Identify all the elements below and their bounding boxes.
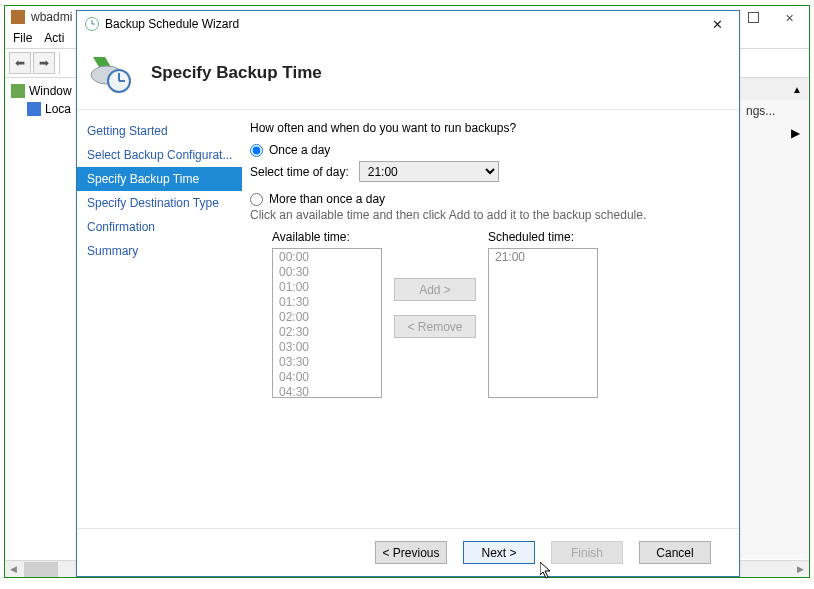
wizard-title: Backup Schedule Wizard xyxy=(105,17,239,31)
main-title: wbadmi xyxy=(31,10,72,24)
list-item[interactable]: 03:00 xyxy=(273,339,381,354)
actions-expand-icon[interactable]: ▶ xyxy=(738,122,808,144)
radio-more-than-once-row[interactable]: More than once a day xyxy=(250,192,721,206)
list-item[interactable]: 21:00 xyxy=(489,249,597,264)
list-item[interactable]: 00:30 xyxy=(273,264,381,279)
list-item[interactable]: 02:00 xyxy=(273,309,381,324)
radio-more-than-once[interactable] xyxy=(250,193,263,206)
previous-button[interactable]: < Previous xyxy=(375,541,447,564)
nav-back-button[interactable]: ⬅ xyxy=(9,52,31,74)
close-main-button[interactable] xyxy=(770,7,808,28)
nav-forward-button[interactable]: ➡ xyxy=(33,52,55,74)
list-item[interactable]: 01:30 xyxy=(273,294,381,309)
wizard-footer: < Previous Next > Finish Cancel xyxy=(77,528,739,576)
multi-hint: Click an available time and then click A… xyxy=(250,208,721,222)
wizard-content: How often and when do you want to run ba… xyxy=(242,111,739,528)
wizard-titlebar: Backup Schedule Wizard xyxy=(77,11,739,37)
nav-summary[interactable]: Summary xyxy=(77,239,242,263)
wizard-dialog: Backup Schedule Wizard Specify Backup Ti… xyxy=(76,10,740,577)
time-of-day-select[interactable]: 21:00 xyxy=(359,161,499,182)
finish-button: Finish xyxy=(551,541,623,564)
nav-getting-started[interactable]: Getting Started xyxy=(77,119,242,143)
list-item[interactable]: 04:00 xyxy=(273,369,381,384)
scroll-left-icon[interactable]: ◀ xyxy=(5,562,22,577)
collapse-icon: ▲ xyxy=(792,84,802,95)
scheduled-time-list[interactable]: 21:00 xyxy=(488,248,598,398)
wizard-header: Specify Backup Time xyxy=(77,37,739,109)
tree-child-label: Loca xyxy=(45,102,71,116)
nav-destination-type[interactable]: Specify Destination Type xyxy=(77,191,242,215)
nav-select-config[interactable]: Select Backup Configurat... xyxy=(77,143,242,167)
server-icon xyxy=(11,84,25,98)
remove-button[interactable]: < Remove xyxy=(394,315,476,338)
actions-pane-header[interactable]: ▲ xyxy=(738,78,808,100)
list-item[interactable]: 04:30 xyxy=(273,384,381,398)
question-text: How often and when do you want to run ba… xyxy=(250,121,721,135)
available-label: Available time: xyxy=(272,230,382,244)
local-icon xyxy=(27,102,41,116)
scroll-thumb[interactable] xyxy=(24,562,58,577)
menu-file[interactable]: File xyxy=(13,31,32,45)
menu-actions[interactable]: Acti xyxy=(44,31,64,45)
max-button[interactable] xyxy=(736,7,770,28)
wizard-icon xyxy=(85,17,99,31)
scroll-right-icon[interactable]: ▶ xyxy=(792,562,809,577)
cancel-button[interactable]: Cancel xyxy=(639,541,711,564)
available-time-list[interactable]: 00:0000:3001:0001:3002:0002:3003:0003:30… xyxy=(272,248,382,398)
nav-specify-time[interactable]: Specify Backup Time xyxy=(77,167,242,191)
page-title: Specify Backup Time xyxy=(151,63,322,83)
radio-once-a-day-row[interactable]: Once a day xyxy=(250,143,721,157)
time-of-day-label: Select time of day: xyxy=(250,165,349,179)
scheduled-label: Scheduled time: xyxy=(488,230,598,244)
add-button[interactable]: Add > xyxy=(394,278,476,301)
list-item[interactable]: 03:30 xyxy=(273,354,381,369)
list-item[interactable]: 02:30 xyxy=(273,324,381,339)
app-icon xyxy=(11,10,25,24)
next-button[interactable]: Next > xyxy=(463,541,535,564)
radio-once-label: Once a day xyxy=(269,143,330,157)
actions-pane: ▲ ngs... ▶ xyxy=(738,78,808,559)
list-item[interactable]: 01:00 xyxy=(273,279,381,294)
radio-more-label: More than once a day xyxy=(269,192,385,206)
nav-confirmation[interactable]: Confirmation xyxy=(77,215,242,239)
list-item[interactable]: 00:00 xyxy=(273,249,381,264)
wizard-close-button[interactable] xyxy=(703,14,731,34)
wizard-nav: Getting Started Select Backup Configurat… xyxy=(77,111,242,528)
backup-clock-icon xyxy=(89,51,133,95)
tree-root-label: Window xyxy=(29,84,72,98)
radio-once-a-day[interactable] xyxy=(250,144,263,157)
actions-item[interactable]: ngs... xyxy=(738,100,808,122)
